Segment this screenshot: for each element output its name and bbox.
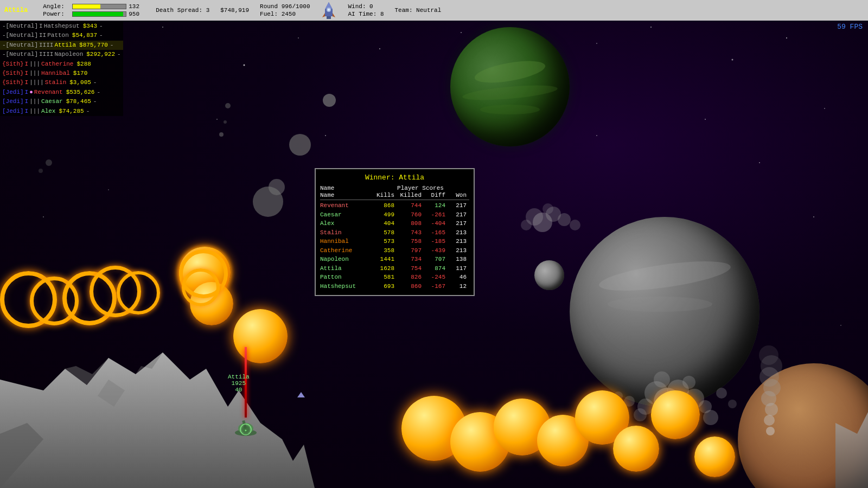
score-header: Name Player Scores — [320, 185, 469, 191]
score-col-headers: Name Kills Killed Diff Won — [320, 192, 469, 200]
hud-money: $748,919 — [220, 7, 249, 14]
angle-value: 132 — [129, 3, 145, 10]
score-row-1: Caesar499760-261217 — [320, 210, 469, 220]
player-name-2: Attila — [54, 41, 76, 49]
power-bar-fill — [73, 12, 123, 16]
col-name-h: Name — [320, 192, 372, 198]
score-name-5: Catherine — [320, 246, 372, 255]
power-bar — [72, 11, 126, 17]
score-row-6: Napoleon1441734707138 — [320, 255, 469, 264]
player-name-7: Revenant — [34, 88, 63, 97]
svg-marker-79 — [333, 13, 335, 17]
svg-point-56 — [558, 213, 571, 226]
orb-bottom-7 — [651, 390, 700, 439]
score-row-0: Revenant868744124217 — [320, 201, 469, 210]
svg-point-23 — [323, 94, 336, 107]
power-label: Power: — [43, 10, 70, 18]
score-name-6: Napoleon — [320, 255, 372, 264]
svg-point-19 — [43, 216, 44, 217]
player-name-6: Stalin — [45, 79, 67, 87]
score-row-9: Hatshepsut693860-16712 — [320, 282, 469, 291]
svg-point-1 — [162, 27, 163, 28]
svg-point-20 — [813, 216, 814, 217]
angle-bar — [72, 4, 126, 9]
svg-point-49 — [634, 408, 647, 421]
player-money-6: $3,005 — [69, 79, 91, 87]
orb-bottom-6 — [613, 426, 659, 472]
svg-point-17 — [705, 119, 706, 120]
score-name-3: Stalin — [320, 228, 372, 237]
svg-point-24 — [289, 134, 311, 156]
score-row-7: Attila1628754874117 — [320, 264, 469, 273]
svg-point-58 — [570, 220, 580, 230]
score-row-2: Alex404808-404217 — [320, 219, 469, 228]
svg-point-7 — [596, 43, 597, 44]
small-ship — [297, 390, 305, 395]
attila-player: ✦ — [232, 418, 259, 439]
svg-point-10 — [786, 37, 787, 38]
score-name-2: Alex — [320, 219, 372, 228]
hud-team: Team: Neutral — [395, 7, 442, 14]
score-name-0: Revenant — [320, 201, 372, 210]
svg-point-67 — [759, 345, 778, 365]
col-diff-h: Diff — [425, 192, 448, 198]
scoreboard-title: Winner: Attila — [320, 174, 469, 182]
svg-point-81 — [328, 9, 330, 11]
player-money-9: $74,285 — [59, 107, 84, 115]
svg-point-26 — [269, 179, 285, 195]
score-name-7: Attila — [320, 264, 372, 273]
player-name-1: Patton — [47, 31, 69, 40]
orb-ring-mid-2 — [182, 268, 220, 306]
col-killed-h: Killed — [398, 192, 425, 198]
player-row-hatshepsut: -[Neutral] I Hatshepsut $343 - — [0, 22, 123, 31]
svg-rect-77 — [327, 16, 331, 19]
player-row-napoleon: -[Neutral] IIII Napoleon $292,922 - — [0, 50, 123, 59]
hud-wind-info: Wind: 0 AI Time: 8 — [348, 3, 384, 18]
attila-label: Attila 1925 40 — [228, 374, 250, 393]
player-money-8: $78,465 — [66, 98, 91, 106]
angle-label: Angle: — [43, 3, 70, 10]
player-name-3: Napoleon — [54, 50, 83, 59]
score-row-4: Hannibal573758-185213 — [320, 237, 469, 246]
orb-ring-5 — [117, 271, 160, 314]
player-name-9: Alex — [41, 107, 55, 115]
svg-point-3 — [298, 37, 299, 38]
orb-bottom-8 — [694, 436, 735, 477]
svg-point-31 — [39, 169, 43, 173]
hud-bar: Attila Angle: 132 Power: 950 Death Sprea… — [0, 0, 868, 21]
col-won-h: Won — [448, 192, 467, 198]
hud-round-info: Round 996/1000 Fuel: 2450 — [260, 3, 310, 18]
svg-point-4 — [379, 48, 380, 49]
score-row-5: Catherine358797-439213 — [320, 246, 469, 255]
player-row-patton: -[Neutral] II Patton $54,837 - — [0, 31, 123, 40]
hud-death-spread: Death Spread: 3 — [156, 7, 209, 14]
svg-point-14 — [325, 135, 326, 136]
svg-point-2 — [244, 65, 245, 66]
player-row-attila: -[Neutral] IIII Attila $875,770 - — [0, 41, 123, 50]
svg-point-61 — [764, 415, 775, 426]
svg-point-11 — [824, 108, 825, 109]
svg-text:✦: ✦ — [245, 428, 247, 433]
player-money-7: $535,626 — [66, 88, 95, 97]
svg-marker-74 — [297, 392, 305, 397]
svg-point-5 — [461, 32, 462, 33]
player-row-alex: [Jedi] I ||| Alex $74,285 - — [0, 107, 123, 116]
orb-solid-3 — [233, 309, 288, 363]
player-name-8: Caesar — [41, 98, 63, 106]
svg-point-51 — [728, 400, 737, 408]
player-row-revenant: [Jedi] I ● Revenant $535,626 - — [0, 88, 123, 97]
score-name-9: Hatshepsut — [320, 282, 372, 291]
svg-point-48 — [703, 410, 718, 425]
svg-marker-78 — [322, 13, 325, 17]
player-name-4: Catherine — [41, 60, 73, 68]
score-rows: Revenant868744124217Caesar499760-261217A… — [320, 201, 469, 291]
player-money-0: $343 — [83, 22, 97, 30]
svg-point-30 — [46, 159, 52, 166]
col-scores: Player Scores — [372, 185, 469, 191]
svg-point-46 — [716, 388, 727, 399]
hud-player-name: Attila — [4, 7, 28, 14]
svg-point-59 — [542, 203, 553, 214]
svg-marker-32 — [0, 352, 315, 488]
player-money-1: $54,837 — [72, 31, 97, 40]
player-row-hannibal: {Sith} I ||| Hannibal $170 — [0, 69, 123, 78]
